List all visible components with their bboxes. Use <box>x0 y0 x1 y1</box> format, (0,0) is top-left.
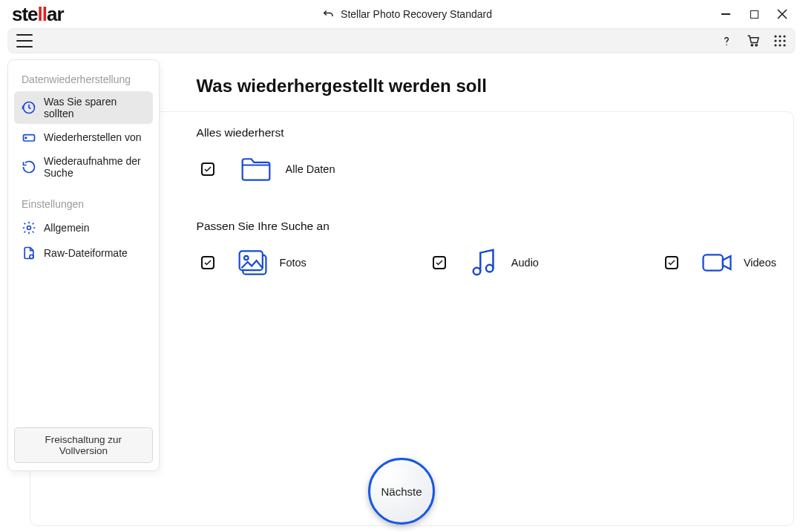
main-content: Was wiederhergestellt werden soll Alles … <box>160 53 803 532</box>
sidebar-item-general[interactable]: Allgemein <box>14 216 153 240</box>
svg-point-20 <box>473 268 481 275</box>
unlock-full-version-button[interactable]: Freischaltung zur Vollversion <box>14 427 153 463</box>
sidebar-item-what-to-recover[interactable]: Was Sie sparen sollten <box>14 91 153 124</box>
customize-section-label: Passen Sie Ihre Suche an <box>197 220 776 233</box>
checkbox-videos[interactable] <box>665 256 678 269</box>
svg-point-3 <box>774 35 776 37</box>
sidebar-item-label: Wiederherstellen von <box>44 131 142 143</box>
menu-icon[interactable] <box>16 34 33 47</box>
svg-point-11 <box>783 44 785 46</box>
sidebar-item-label: Raw-Dateiformate <box>44 247 128 259</box>
title-center: Stellar Photo Recovery Standard <box>94 7 720 21</box>
toolbar <box>7 28 796 53</box>
close-button[interactable] <box>776 8 788 20</box>
svg-point-9 <box>774 44 776 46</box>
svg-point-8 <box>783 39 785 42</box>
restore-all-section-label: Alles wiederherst <box>197 126 776 139</box>
logo: stellar <box>12 2 94 26</box>
minimize-button[interactable] <box>720 8 732 20</box>
apps-grid-icon[interactable] <box>773 34 787 47</box>
options-grid: Fotos Audio <box>197 246 776 279</box>
page-heading: Was wiederhergestellt werden soll <box>197 76 776 96</box>
checkbox-audio[interactable] <box>433 256 446 269</box>
back-icon[interactable] <box>321 7 335 21</box>
svg-point-6 <box>774 39 776 42</box>
svg-point-5 <box>783 35 785 37</box>
svg-point-7 <box>779 39 781 42</box>
svg-point-1 <box>751 45 753 46</box>
sidebar-section-settings: Einstellungen <box>14 195 153 216</box>
svg-point-21 <box>486 265 494 272</box>
option-label: Videos <box>744 257 776 269</box>
drive-icon <box>22 130 36 145</box>
gear-icon <box>22 220 36 235</box>
resume-icon <box>22 160 36 174</box>
window-controls <box>720 8 797 20</box>
window-title: Stellar Photo Recovery Standard <box>341 8 492 20</box>
restore-icon <box>22 100 36 115</box>
svg-point-14 <box>25 137 27 139</box>
photos-icon <box>237 246 269 279</box>
folder-icon <box>240 153 272 185</box>
sidebar-item-label: Allgemein <box>44 222 89 234</box>
sidebar-item-recover-from[interactable]: Wiederherstellen von <box>14 125 153 149</box>
checkbox-all-data[interactable] <box>201 162 214 176</box>
sidebar-section-recovery: Datenwiederherstellung <box>14 70 153 91</box>
checkbox-photos[interactable] <box>201 256 214 269</box>
option-all-data: Alle Daten <box>197 153 776 185</box>
next-button-wrap: Nächste <box>367 458 436 528</box>
option-photos: Fotos <box>201 246 307 279</box>
sidebar-item-label: Wiederaufnahme der Suche <box>44 155 145 179</box>
sidebar-item-resume-search[interactable]: Wiederaufnahme der Suche <box>14 151 153 183</box>
svg-point-16 <box>30 255 33 259</box>
video-icon <box>701 246 733 279</box>
option-audio: Audio <box>433 246 539 279</box>
svg-rect-22 <box>703 254 722 270</box>
option-label: Audio <box>511 257 539 269</box>
option-label: Fotos <box>280 257 307 269</box>
logo-text: stellar <box>12 3 64 26</box>
sidebar: Datenwiederherstellung Was Sie sparen so… <box>7 59 160 471</box>
option-label: Alle Daten <box>286 163 335 175</box>
sidebar-item-label: Was Sie sparen sollten <box>44 96 145 119</box>
sidebar-item-raw-formats[interactable]: Raw-Dateiformate <box>14 241 153 265</box>
sidebar-footer: Freischaltung zur Vollversion <box>14 427 153 463</box>
maximize-button[interactable] <box>748 8 760 20</box>
option-videos: Videos <box>665 246 776 279</box>
help-icon[interactable] <box>720 33 733 48</box>
svg-point-0 <box>726 45 727 46</box>
titlebar: stellar Stellar Photo Recovery Standard <box>0 0 803 28</box>
next-button[interactable]: Nächste <box>368 458 435 525</box>
app-window: stellar Stellar Photo Recovery Standard <box>0 0 803 532</box>
audio-icon <box>468 246 501 279</box>
svg-point-2 <box>756 45 757 46</box>
svg-point-10 <box>779 44 781 46</box>
cart-icon[interactable] <box>745 33 761 48</box>
svg-point-4 <box>779 35 781 37</box>
svg-point-15 <box>27 226 31 230</box>
file-icon <box>22 246 36 260</box>
body: Datenwiederherstellung Was Sie sparen so… <box>0 53 803 532</box>
